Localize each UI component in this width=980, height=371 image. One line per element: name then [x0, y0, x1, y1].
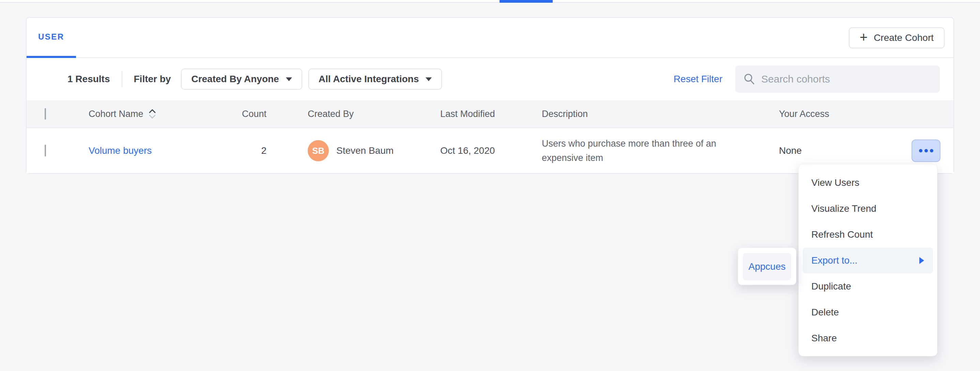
cohorts-page: USER + Create Cohort 1 Results Filter by… — [0, 0, 980, 371]
active-nav-tab-indicator — [500, 0, 553, 3]
count-cell: 2 — [226, 145, 266, 156]
header-count: Count — [226, 109, 266, 119]
select-all-checkbox[interactable] — [45, 108, 46, 120]
more-icon — [930, 149, 933, 153]
submenu-arrow-icon — [920, 257, 924, 264]
row-checkbox-cell — [45, 145, 89, 156]
menu-item-duplicate[interactable]: Duplicate — [799, 274, 937, 299]
create-cohort-button[interactable]: + Create Cohort — [849, 27, 945, 48]
integrations-dropdown-label: All Active Integrations — [318, 74, 419, 84]
tabs-row: USER + Create Cohort — [27, 18, 953, 58]
search-input[interactable] — [761, 73, 932, 85]
integrations-dropdown[interactable]: All Active Integrations — [309, 68, 442, 90]
caret-down-icon — [286, 77, 292, 81]
header-cohort-name[interactable]: Cohort Name — [89, 108, 226, 119]
caret-down-icon — [426, 77, 432, 81]
header-last-modified: Last Modified — [440, 109, 542, 119]
tab-user-label: USER — [38, 32, 64, 41]
divider — [122, 71, 123, 87]
last-modified-cell: Oct 16, 2020 — [440, 145, 542, 156]
cohorts-card: USER + Create Cohort 1 Results Filter by… — [26, 17, 954, 174]
submenu-item-appcues[interactable]: Appcues — [743, 253, 791, 280]
filter-by-label: Filter by — [134, 74, 171, 84]
created-by-dropdown-label: Created By Anyone — [191, 74, 279, 84]
row-context-menu: View Users Visualize Trend Refresh Count… — [799, 164, 937, 356]
more-icon — [924, 149, 928, 153]
filter-bar: 1 Results Filter by Created By Anyone Al… — [27, 58, 953, 100]
results-count: 1 Results — [67, 74, 110, 84]
header-your-access: Your Access — [779, 109, 897, 119]
search-icon — [743, 73, 756, 86]
top-nav-edge — [0, 0, 980, 3]
menu-item-export-to[interactable]: Export to... — [803, 248, 933, 274]
sort-icon — [148, 108, 156, 119]
reset-filter-link[interactable]: Reset Filter — [674, 74, 722, 84]
menu-item-export-to-label: Export to... — [811, 255, 858, 266]
avatar: SB — [308, 140, 329, 161]
menu-item-visualize-trend[interactable]: Visualize Trend — [799, 196, 937, 221]
export-submenu: Appcues — [738, 248, 796, 285]
menu-item-refresh-count[interactable]: Refresh Count — [799, 221, 937, 248]
menu-item-delete[interactable]: Delete — [799, 299, 937, 325]
created-by-name: Steven Baum — [336, 145, 394, 156]
cohort-name-cell: Volume buyers — [89, 145, 226, 156]
row-checkbox[interactable] — [45, 145, 46, 156]
created-by-dropdown[interactable]: Created By Anyone — [181, 68, 302, 90]
menu-item-share[interactable]: Share — [799, 325, 937, 351]
more-icon — [919, 149, 923, 153]
created-by-cell: SB Steven Baum — [266, 140, 440, 161]
header-description: Description — [542, 109, 779, 119]
more-actions-button[interactable] — [912, 140, 940, 162]
create-cohort-label: Create Cohort — [874, 32, 934, 43]
header-created-by: Created By — [266, 109, 440, 119]
header-checkbox-cell — [45, 109, 89, 119]
plus-icon: + — [860, 30, 867, 44]
header-cohort-name-label: Cohort Name — [89, 109, 143, 119]
table-header-row: Cohort Name Count Created By Last Modifi… — [27, 100, 953, 127]
description-cell: Users who purchase more than three of an… — [542, 136, 733, 165]
actions-cell — [897, 140, 940, 162]
cohort-name-link[interactable]: Volume buyers — [89, 145, 152, 156]
tab-user[interactable]: USER — [27, 18, 76, 58]
menu-item-view-users[interactable]: View Users — [799, 170, 937, 196]
your-access-cell: None — [779, 145, 897, 156]
search-cohorts-box — [735, 65, 940, 93]
